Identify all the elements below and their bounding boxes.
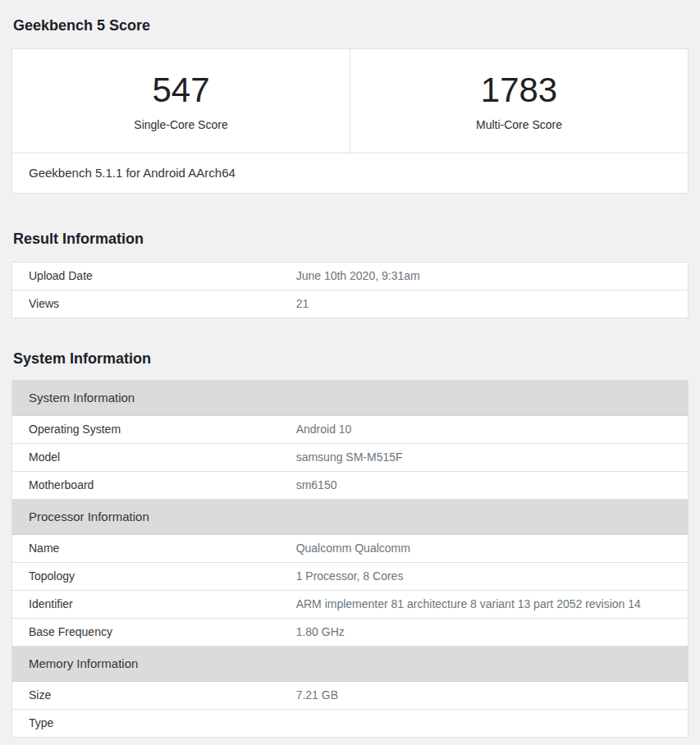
row-label: Size <box>12 682 296 709</box>
table-row: Name Qualcomm Qualcomm <box>12 535 688 563</box>
table-row: Size 7.21 GB <box>12 682 688 710</box>
row-value: 1.80 GHz <box>296 619 688 646</box>
system-information-group: System Information Operating System Andr… <box>12 381 688 500</box>
row-label: Name <box>12 535 296 562</box>
row-label: Identifier <box>12 591 296 618</box>
row-value: June 10th 2020, 9:31am <box>296 263 688 290</box>
table-row: Operating System Android 10 <box>12 416 688 444</box>
multi-core-score-label: Multi-Core Score <box>359 117 679 133</box>
single-core-score-label: Single-Core Score <box>21 117 341 133</box>
table-row: Model samsung SM-M515F <box>12 444 688 472</box>
table-row: Identifier ARM implementer 81 architectu… <box>12 591 688 619</box>
row-label: Operating System <box>12 416 296 443</box>
group-header: Memory Information <box>12 647 688 682</box>
geekbench-result-page: Geekbench 5 Score 547 Single-Core Score … <box>0 0 700 738</box>
memory-information-group: Memory Information Size 7.21 GB Type <box>12 647 688 737</box>
group-header: Processor Information <box>12 500 688 535</box>
row-value: 21 <box>296 290 688 318</box>
row-value: 7.21 GB <box>296 682 688 709</box>
table-row: Type <box>12 710 688 737</box>
table-row: Topology 1 Processor, 8 Cores <box>12 563 688 591</box>
table-row: Upload Date June 10th 2020, 9:31am <box>12 263 688 290</box>
score-table: 547 Single-Core Score 1783 Multi-Core Sc… <box>11 48 689 194</box>
score-cells: 547 Single-Core Score 1783 Multi-Core Sc… <box>12 49 688 153</box>
table-row: Views 21 <box>12 290 688 318</box>
row-value: Android 10 <box>296 416 688 443</box>
single-core-score-value: 547 <box>21 69 341 112</box>
row-label: Topology <box>12 563 296 590</box>
result-information-title: Result Information <box>13 230 689 248</box>
row-value <box>296 710 688 737</box>
system-information-table: System Information Operating System Andr… <box>11 380 689 738</box>
row-value: Qualcomm Qualcomm <box>296 535 688 562</box>
row-label: Model <box>12 444 296 471</box>
row-label: Type <box>12 710 296 737</box>
row-label: Motherboard <box>12 472 296 499</box>
row-value: samsung SM-M515F <box>296 444 688 471</box>
score-section-title: Geekbench 5 Score <box>13 16 689 34</box>
single-core-score-cell: 547 Single-Core Score <box>12 49 350 153</box>
system-information-title: System Information <box>13 350 689 368</box>
row-label: Base Frequency <box>12 619 296 646</box>
multi-core-score-cell: 1783 Multi-Core Score <box>350 49 688 153</box>
row-value: 1 Processor, 8 Cores <box>296 563 688 590</box>
processor-information-group: Processor Information Name Qualcomm Qual… <box>12 500 688 647</box>
table-row: Base Frequency 1.80 GHz <box>12 619 688 647</box>
table-row: Motherboard sm6150 <box>12 472 688 500</box>
benchmark-version-caption: Geekbench 5.1.1 for Android AArch64 <box>12 153 688 193</box>
result-information-table: Upload Date June 10th 2020, 9:31am Views… <box>11 262 689 318</box>
row-value: ARM implementer 81 architecture 8 varian… <box>296 591 688 618</box>
group-header: System Information <box>12 381 688 416</box>
multi-core-score-value: 1783 <box>359 69 679 112</box>
row-label: Views <box>12 290 296 318</box>
row-value: sm6150 <box>296 472 688 499</box>
row-label: Upload Date <box>12 263 296 290</box>
